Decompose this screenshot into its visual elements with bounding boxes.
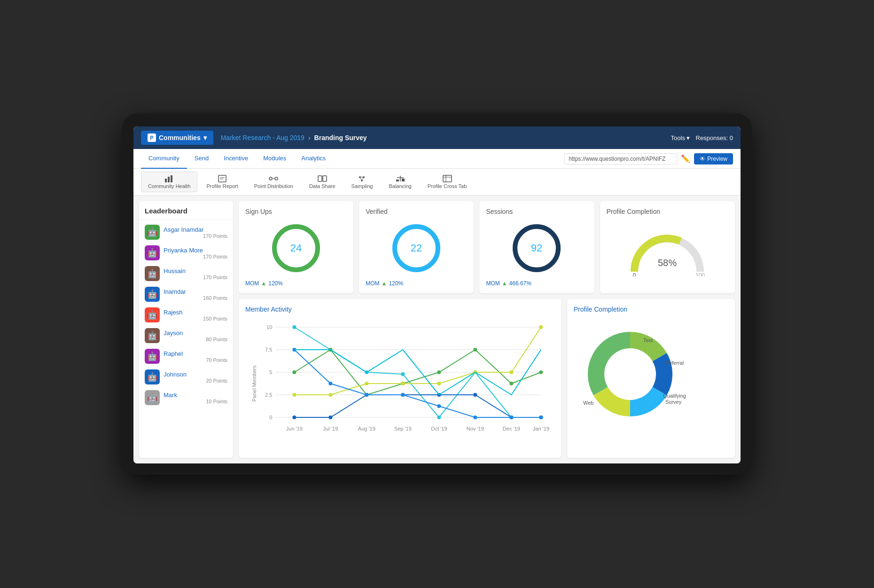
member-name: Priyanka More: [164, 247, 227, 254]
svg-text:Test: Test: [643, 337, 653, 343]
avatar: 🤖: [145, 349, 160, 364]
svg-text:Sep '19: Sep '19: [394, 426, 412, 431]
svg-rect-0: [165, 179, 167, 182]
subnav-community-health[interactable]: Community Health: [141, 172, 197, 192]
avatar: 🤖: [145, 266, 160, 281]
svg-text:0: 0: [269, 415, 272, 420]
svg-point-75: [401, 382, 405, 385]
subnav-balancing[interactable]: Balancing: [382, 172, 418, 192]
member-points: 170 Points: [164, 274, 227, 280]
svg-text:Qualifying: Qualifying: [663, 393, 686, 399]
svg-point-79: [539, 325, 543, 329]
svg-text:Jun '19: Jun '19: [286, 426, 303, 431]
member-activity-card: Member Activity 10 7.5 5: [239, 299, 562, 458]
sessions-card: Sessions 92 MOM ▲ 466.67%: [479, 201, 594, 293]
svg-point-76: [437, 382, 441, 385]
subnav-profile-cross-tab[interactable]: Profile Cross Tab: [421, 172, 474, 192]
subnav-profile-report[interactable]: Profile Report: [199, 172, 245, 192]
svg-text:24: 24: [290, 242, 302, 254]
signups-card: Sign Ups 24 MOM ▲ 120%: [239, 201, 353, 293]
member-name: Hussain: [164, 267, 227, 274]
data-share-icon: [318, 175, 327, 182]
list-item: 🤖 Asgar Inamdar 170 Points: [139, 222, 233, 243]
p-logo: P: [148, 133, 156, 142]
profile-report-icon: [218, 175, 227, 182]
device-screen: P Communities ▾ Market Research - Aug 20…: [133, 126, 741, 463]
tools-button[interactable]: Tools ▾: [671, 134, 690, 141]
top-right-area: Tools ▾ Responses: 0: [671, 134, 733, 141]
member-name: Asgar Inamdar: [164, 226, 227, 233]
svg-rect-21: [402, 179, 405, 181]
gauge-svg: 58% 0 100: [625, 225, 710, 276]
mom-pct: 120%: [389, 280, 403, 287]
subnav-data-share[interactable]: Data Share: [302, 172, 343, 192]
verified-circle: 22: [366, 220, 467, 276]
sampling-icon: [357, 175, 367, 182]
member-activity-title: Member Activity: [245, 306, 555, 313]
url-input[interactable]: [564, 153, 677, 165]
svg-text:Panel Members: Panel Members: [251, 365, 257, 402]
breadcrumb-link[interactable]: Market Research - Aug 2019: [221, 134, 304, 141]
svg-point-70: [509, 382, 513, 385]
nav-send[interactable]: Send: [187, 149, 216, 169]
svg-line-17: [362, 178, 364, 180]
avatar: 🤖: [145, 307, 160, 322]
svg-point-73: [328, 393, 332, 397]
svg-point-91: [401, 393, 405, 397]
svg-text:Oct '19: Oct '19: [431, 426, 447, 431]
svg-point-68: [437, 370, 441, 374]
svg-text:22: 22: [411, 242, 422, 254]
responses-count: Responses: 0: [696, 134, 734, 141]
svg-rect-22: [443, 175, 452, 182]
preview-button[interactable]: 👁 Preview: [694, 153, 733, 165]
svg-point-71: [539, 370, 543, 374]
donut-title: Profile Completion: [574, 306, 728, 313]
communities-button[interactable]: P Communities ▾: [141, 131, 213, 145]
svg-point-95: [539, 416, 543, 419]
svg-point-93: [473, 416, 477, 419]
member-name: Raphel: [164, 350, 227, 357]
top-bar: P Communities ▾ Market Research - Aug 20…: [133, 126, 741, 149]
subnav-sampling[interactable]: Sampling: [344, 172, 380, 192]
donut-svg: Test Referral Qualifying Survey Web: [574, 318, 687, 431]
svg-point-89: [328, 382, 332, 385]
up-arrow-icon: ▲: [382, 280, 387, 287]
svg-text:7.5: 7.5: [265, 347, 272, 353]
main-content: Leaderboard 🤖 Asgar Inamdar 170 Points 🤖…: [133, 196, 741, 463]
profile-cross-tab-icon: [443, 175, 452, 182]
sessions-mom: MOM ▲ 466.67%: [486, 280, 587, 287]
member-points: 150 Points: [164, 316, 227, 321]
svg-point-14: [361, 180, 363, 181]
svg-point-94: [509, 416, 513, 419]
list-item: 🤖 Jayson 80 Points: [139, 325, 233, 346]
profile-donut-card: Profile Completion: [567, 299, 735, 458]
verified-card: Verified 22 MOM ▲ 120%: [359, 201, 474, 293]
leaderboard-panel: Leaderboard 🤖 Asgar Inamdar 170 Points 🤖…: [139, 201, 233, 458]
nav-community[interactable]: Community: [141, 149, 187, 169]
signups-title: Sign Ups: [245, 208, 347, 215]
member-points: 10 Points: [164, 399, 227, 404]
svg-point-7: [275, 177, 278, 180]
svg-point-69: [473, 348, 477, 352]
device-frame: P Communities ▾ Market Research - Aug 20…: [122, 113, 752, 475]
subnav-point-distribution[interactable]: Point Distribution: [247, 172, 300, 192]
sub-nav: Community Health Profile Report Point Di…: [133, 169, 741, 196]
nav-modules[interactable]: Modules: [256, 149, 294, 169]
nav-incentive[interactable]: Incentive: [216, 149, 256, 169]
svg-rect-20: [396, 180, 399, 181]
svg-text:Nov '19: Nov '19: [467, 426, 484, 431]
sessions-circle: 92: [486, 220, 587, 276]
list-item: 🤖 Priyanka More 170 Points: [139, 243, 233, 263]
breadcrumb: Market Research - Aug 2019 › Branding Su…: [221, 134, 367, 141]
edit-url-icon[interactable]: ✏️: [681, 154, 690, 163]
nav-analytics[interactable]: Analytics: [294, 149, 333, 169]
verified-title: Verified: [366, 208, 467, 215]
profile-gauge-card: Profile Completion 58% 0 100: [600, 201, 735, 293]
member-points: 80 Points: [164, 337, 227, 342]
breadcrumb-current: Branding Survey: [314, 134, 367, 141]
mom-label: MOM: [245, 280, 259, 287]
svg-point-12: [359, 176, 361, 178]
svg-point-60: [437, 416, 441, 419]
mom-pct: 120%: [268, 280, 283, 287]
dropdown-icon: ▾: [203, 134, 207, 141]
